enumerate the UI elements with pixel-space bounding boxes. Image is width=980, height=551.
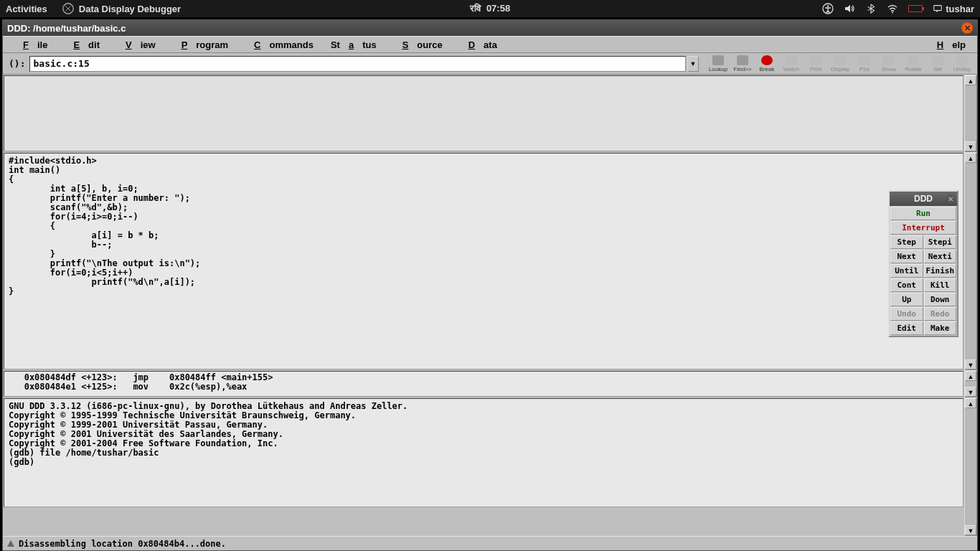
menu-view[interactable]: View [108,39,164,50]
cmd-down-button[interactable]: Down [924,293,957,306]
rotate-icon [908,55,919,65]
cmd-edit-button[interactable]: Edit [890,321,923,335]
menubar: File Edit View Program Commands Status S… [3,36,977,53]
menu-status[interactable]: Status [322,39,385,50]
toolbar-lookup-button[interactable]: Lookup [706,54,730,74]
cmd-stepi-button[interactable]: Stepi [924,235,957,249]
break-icon [761,55,773,65]
arg-dropdown[interactable]: ▼ [687,56,699,72]
toolbar-find-button[interactable]: Find>> [730,54,755,74]
watch-icon [786,55,797,65]
ddd-app-icon [62,2,75,15]
menu-program[interactable]: Program [164,39,237,50]
cmd-nexti-button[interactable]: Nexti [924,250,957,263]
svg-point-3 [892,12,893,14]
cmd-redo-button: Redo [924,307,957,321]
command-panel-close-icon[interactable]: ✕ [946,194,955,204]
asm-scrollbar[interactable]: ▲▼ [964,370,977,397]
toolbar-undisp-button: Undisp [950,54,974,74]
toolbar-show-button: Show [877,54,901,74]
activities-button[interactable]: Activities [6,4,47,14]
source-scrollbar[interactable]: ▲▼ [964,152,977,370]
wifi-icon[interactable] [887,3,898,14]
command-tool-panel[interactable]: DDD ✕ RunInterruptStepStepiNextNextiUnti… [888,190,958,337]
battery-icon[interactable] [908,5,923,12]
data-scrollbar[interactable]: ▲▼ [964,75,977,152]
set-icon [932,55,943,65]
find-icon [737,55,748,65]
window-title: DDD: /home/tushar/basic.c [7,23,126,34]
toolbar-set-button: Set [925,54,950,74]
disassembly-pane[interactable]: 0x080484df <+123>: jmp 0x80484ff <main+1… [4,371,963,397]
console-scrollbar[interactable]: ▲▼ [964,397,977,536]
menu-edit[interactable]: Edit [56,39,108,50]
statusbar: Disassembling location 0x80484b4...done. [3,536,977,550]
toolbar-plot-button: Plot [852,54,877,74]
menu-help[interactable]: Help [920,39,974,50]
toolbar-break-button[interactable]: Break [755,54,779,74]
arg-input[interactable] [29,56,686,72]
print-icon [810,55,821,65]
app-name[interactable]: Data Display Debugger [79,4,181,14]
command-panel-title[interactable]: DDD ✕ [890,192,957,206]
lookup-icon [712,55,724,65]
toolbar-watch-button: Watch [779,54,804,74]
topbar-time[interactable]: 07:58 [486,3,510,14]
cmd-until-button[interactable]: Until [890,264,923,278]
svg-rect-4 [934,6,942,11]
cmd-interrupt-button[interactable]: Interrupt [890,221,956,235]
gnome-topbar: Activities Data Display Debugger रवि 07:… [0,0,980,17]
display-icon [834,55,846,65]
status-indicator-icon [7,540,14,547]
toolbar-display-button: Display [828,54,852,74]
close-icon[interactable]: ✕ [961,22,973,34]
plot-icon [859,55,870,65]
menu-source[interactable]: Source [385,39,451,50]
status-text: Disassembling location 0x80484b4...done. [19,539,226,549]
svg-point-2 [827,5,829,7]
volume-icon[interactable] [844,3,855,14]
gdb-console-pane[interactable]: GNU DDD 3.3.12 (i686-pc-linux-gnu), by D… [4,398,963,507]
menu-data[interactable]: Data [451,39,506,50]
cmd-up-button[interactable]: Up [890,293,923,306]
user-menu[interactable]: tushar [933,4,974,14]
menu-commands[interactable]: Commands [237,39,322,50]
toolbar-print-button: Print [804,54,828,74]
toolbar: (): ▼ LookupFind>>BreakWatchPrintDisplay… [3,53,977,75]
accessibility-icon[interactable] [822,3,834,14]
cmd-kill-button[interactable]: Kill [924,278,957,292]
menu-file[interactable]: File [6,39,56,50]
arg-label: (): [6,58,28,69]
cmd-finish-button[interactable]: Finish [924,264,957,278]
cmd-undo-button: Undo [890,307,923,321]
show-icon [883,55,895,65]
topbar-day[interactable]: रवि [470,3,481,14]
chat-icon [933,4,943,14]
source-pane[interactable]: #include<stdio.h> int main() { int a[5],… [4,153,963,369]
ddd-window: DDD: /home/tushar/basic.c ✕ File Edit Vi… [2,19,978,551]
cmd-cont-button[interactable]: Cont [890,278,923,292]
undisp-icon [956,55,968,65]
data-display-pane[interactable] [4,75,963,151]
cmd-step-button[interactable]: Step [890,235,923,249]
cmd-make-button[interactable]: Make [924,321,957,335]
toolbar-rotate-button: Rotate [901,54,925,74]
cmd-run-button[interactable]: Run [890,207,956,220]
cmd-next-button[interactable]: Next [890,250,923,263]
bluetooth-icon[interactable] [865,3,877,14]
window-titlebar[interactable]: DDD: /home/tushar/basic.c ✕ [3,20,977,36]
